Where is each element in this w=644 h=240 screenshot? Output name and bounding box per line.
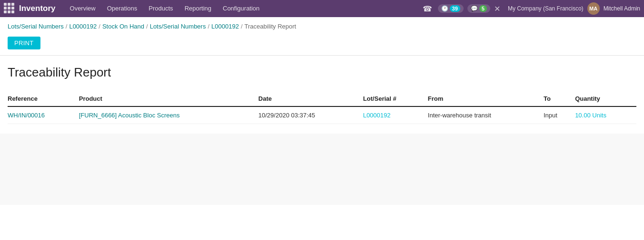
cell-date: 10/29/2020 03:37:45 [258, 106, 363, 124]
print-button-area: PRINT [0, 33, 644, 55]
breadcrumb-sep-3: / [146, 23, 148, 30]
col-quantity: Quantity [575, 91, 636, 106]
nav-products[interactable]: Products [144, 0, 178, 17]
breadcrumb-sep-1: / [66, 23, 68, 30]
activity-badge[interactable]: 🕐 39 [438, 4, 464, 13]
navbar-right: ☎ 🕐 39 💬 5 ✕ My Company (San Francisco) … [421, 2, 640, 15]
col-reference: Reference [8, 91, 79, 106]
cell-lot-serial: L0000192 [363, 106, 428, 124]
cell-product: [FURN_6666] Acoustic Bloc Screens [79, 106, 258, 124]
reference-link[interactable]: WH/IN/00016 [8, 112, 45, 119]
breadcrumb-lots-serial-2[interactable]: Lots/Serial Numbers [150, 23, 206, 30]
company-name[interactable]: My Company (San Francisco) [508, 5, 584, 12]
message-count: 5 [479, 5, 487, 12]
table-header-row: Reference Product Date Lot/Serial # From… [8, 91, 636, 106]
message-icon: 💬 [471, 5, 478, 12]
breadcrumb-l0000192-2[interactable]: L0000192 [211, 23, 239, 30]
phone-icon[interactable]: ☎ [421, 4, 434, 13]
table-row: WH/IN/00016 [FURN_6666] Acoustic Bloc Sc… [8, 106, 636, 124]
cell-to: Input [544, 106, 575, 124]
col-to: To [544, 91, 575, 106]
col-date: Date [258, 91, 363, 106]
username: Mitchell Admin [604, 5, 640, 12]
product-link[interactable]: [FURN_6666] Acoustic Bloc Screens [79, 112, 180, 119]
activity-count: 39 [450, 5, 460, 12]
navbar: Inventory Overview Operations Products R… [0, 0, 644, 17]
nav-operations[interactable]: Operations [102, 0, 142, 17]
breadcrumb: Lots/Serial Numbers / L0000192 / Stock O… [0, 17, 644, 33]
activity-icon: 🕐 [441, 5, 448, 12]
nav-overview[interactable]: Overview [65, 0, 100, 17]
app-brand[interactable]: Inventory [19, 4, 56, 13]
page-background [0, 134, 644, 205]
nav-reporting[interactable]: Reporting [180, 0, 216, 17]
cell-quantity: 10.00 Units [575, 106, 636, 124]
col-from: From [428, 91, 544, 106]
message-badge[interactable]: 💬 5 [467, 4, 490, 13]
avatar[interactable]: MA [587, 2, 600, 15]
breadcrumb-sep-4: / [208, 23, 209, 30]
breadcrumb-lots-serial-1[interactable]: Lots/Serial Numbers [8, 23, 64, 30]
lot-serial-link[interactable]: L0000192 [363, 112, 391, 119]
col-product: Product [79, 91, 258, 106]
report-title: Traceability Report [8, 65, 636, 80]
nav-menu: Overview Operations Products Reporting C… [65, 0, 421, 17]
breadcrumb-sep-2: / [99, 23, 100, 30]
cell-from: Inter-warehouse transit [428, 106, 544, 124]
breadcrumb-l0000192-1[interactable]: L0000192 [69, 23, 97, 30]
grid-icon[interactable] [4, 3, 15, 14]
nav-configuration[interactable]: Configuration [218, 0, 264, 17]
cell-reference: WH/IN/00016 [8, 106, 79, 124]
avatar-initials: MA [589, 6, 597, 11]
print-button[interactable]: PRINT [8, 37, 40, 49]
traceability-table: Reference Product Date Lot/Serial # From… [8, 91, 636, 124]
close-icon[interactable]: ✕ [494, 4, 500, 13]
breadcrumb-stock-on-hand[interactable]: Stock On Hand [102, 23, 144, 30]
breadcrumb-sep-5: / [241, 23, 243, 30]
col-lot-serial: Lot/Serial # [363, 91, 428, 106]
main-content: Traceability Report Reference Product Da… [0, 56, 644, 134]
breadcrumb-traceability: Traceability Report [245, 23, 297, 30]
quantity-value: 10.00 Units [575, 112, 606, 119]
